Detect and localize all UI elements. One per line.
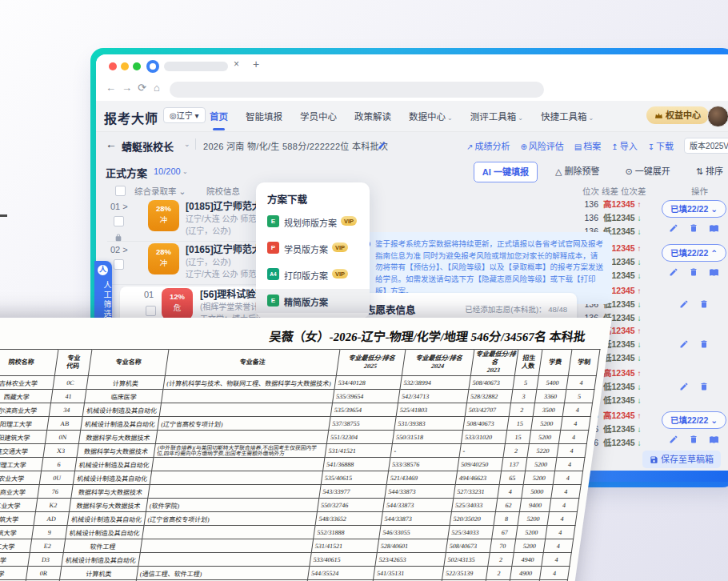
trash-icon[interactable] <box>689 433 698 447</box>
nav-item-数据中心[interactable]: 数据中心⌄ <box>409 110 453 122</box>
edit-icon[interactable] <box>669 222 678 236</box>
book-icon[interactable] <box>709 433 719 447</box>
edit-icon[interactable] <box>679 338 689 352</box>
download-option-打印版方案[interactable]: A4打印版方案VIP <box>256 262 370 286</box>
select-all-checkbox[interactable] <box>115 186 126 196</box>
table-cell: 4 <box>553 471 582 485</box>
forward-icon[interactable]: → <box>122 82 132 94</box>
minimize-window-button[interactable] <box>121 62 129 70</box>
rate-column-header[interactable]: 综合录取率 ⌄ <box>134 185 186 197</box>
tab-title-placeholder[interactable] <box>164 62 228 71</box>
refresh-icon[interactable]: ⟳ <box>138 82 146 94</box>
user-avatar[interactable] <box>707 106 728 127</box>
back-icon[interactable]: ← <box>106 82 116 94</box>
filled-count-button[interactable]: 已填22/22 ⌃ <box>662 244 726 262</box>
back-arrow-icon[interactable]: ← <box>106 138 117 150</box>
edit-icon[interactable] <box>679 298 689 312</box>
edit-icon[interactable] <box>669 266 678 280</box>
address-input[interactable] <box>170 82 544 98</box>
arrow-up-icon: ↑ <box>635 286 642 295</box>
filled-count-button[interactable]: 已填22/22 ⌄ <box>662 200 726 218</box>
document-title: 吴薇（女）-2026-辽宁-物理/化学/地理 546分/34567名 本科批 <box>0 318 612 349</box>
table-row: 沈阳工业大学K2数据科学与大数据技术(软件学院)550/32746544/338… <box>0 499 579 512</box>
arrow-down-icon: ↓ <box>635 214 642 222</box>
trash-icon[interactable] <box>689 266 698 280</box>
table-cell: 65 <box>499 471 525 485</box>
ai-fill-button[interactable]: AI 一键填报 <box>474 162 538 182</box>
rank-diff-low: 低12345 ↓ <box>603 423 656 436</box>
rank-diff-column: 高12345 ↑低12345 ↓低12345 ↓ <box>603 409 656 450</box>
table-cell: 520/35020 <box>450 512 495 526</box>
table-cell: 537/38755 <box>329 417 396 431</box>
nav-item-测评工具箱[interactable]: 测评工具箱⌄ <box>470 110 523 122</box>
action-label: 风险评估 <box>529 142 564 151</box>
trash-icon[interactable] <box>689 222 698 236</box>
nav-item-政策解读[interactable]: 政策解读 <box>354 110 391 122</box>
home-icon[interactable]: ⌂ <box>154 82 160 94</box>
trash-icon[interactable] <box>699 338 709 352</box>
table-column-header: 专业最低分/排名 2025 <box>336 350 406 376</box>
row-checkbox[interactable] <box>114 216 124 226</box>
table-cell: 西藏大学 <box>0 390 53 403</box>
table-column-header: 专业最低分/排名 2023 <box>470 350 518 376</box>
table-row: 西藏大学41临床医学535/39654542/34713528/32882333… <box>0 390 594 403</box>
manual-filter-tab[interactable]: 人 人工筛选 <box>94 261 112 325</box>
edit-icon[interactable] <box>679 380 689 395</box>
nav-item-学员中心[interactable]: 学员中心 <box>300 110 337 122</box>
nav-item-快捷工具箱[interactable]: 快捷工具箱⌄ <box>541 110 594 122</box>
table-cell: 15 <box>505 431 530 444</box>
trash-icon[interactable] <box>699 380 709 395</box>
edit-icon[interactable] <box>378 138 386 153</box>
expand-all-button[interactable]: ⊙ 一键展开 <box>617 162 678 181</box>
table-cell: 4 <box>557 444 586 458</box>
table-column-header: 专业最低分/排名 2024 <box>402 350 474 376</box>
region-selector[interactable]: ◎辽宁 ▾ <box>163 107 206 123</box>
download-option-精简版方案[interactable]: E精简版方案 <box>256 289 370 313</box>
plan-count: 10/200 <box>154 166 181 176</box>
action-成绩分析[interactable]: ↗成绩分析 <box>466 139 510 152</box>
table-cell: 3500 <box>533 403 564 417</box>
action-档案[interactable]: ▤档案 <box>574 139 601 152</box>
table-cell: 机械设计制造及其自动化 <box>66 526 144 539</box>
action-导入[interactable]: ↥导入 <box>611 139 637 152</box>
book-icon[interactable] <box>709 266 719 280</box>
table-cell: 4 <box>555 458 585 471</box>
save-draft-button[interactable]: 保存至草稿箱 <box>642 451 721 468</box>
row-checkbox[interactable] <box>114 259 124 270</box>
chevron-down-icon[interactable]: ⌄ <box>182 168 188 175</box>
row-checkbox[interactable] <box>146 306 156 316</box>
trash-icon[interactable] <box>699 298 709 312</box>
nav-item-智能填报[interactable]: 智能填报 <box>246 110 282 122</box>
table-cell: 34 <box>49 403 84 417</box>
table-cell: 522/35139 <box>442 567 487 580</box>
table-cell: 41 <box>51 390 86 403</box>
arrow-down-icon: ↓ <box>635 258 642 266</box>
book-icon[interactable] <box>709 222 719 236</box>
close-window-button[interactable] <box>109 62 117 70</box>
table-cell: 533/40615 <box>310 553 377 567</box>
action-下载[interactable]: ↧下载 <box>648 139 674 152</box>
nav-item-首页[interactable]: 首页 <box>210 110 228 122</box>
maximize-window-button[interactable] <box>133 62 141 70</box>
action-风险评估[interactable]: ⊕风险评估 <box>520 139 563 152</box>
table-cell <box>140 539 313 553</box>
excel-doc-icon: E <box>267 295 279 307</box>
table-cell: 543/33977 <box>319 485 386 499</box>
sort-button[interactable]: ⇅ 排序 <box>688 162 728 181</box>
student-name[interactable]: 蜻蜓张校长 <box>122 138 174 154</box>
edit-icon[interactable] <box>669 433 678 447</box>
filled-count-button[interactable]: 已填22/22 ⌄ <box>662 411 726 429</box>
new-tab-button[interactable]: + <box>253 58 259 70</box>
download-option-学员版方案[interactable]: P学员版方案VIP <box>256 236 370 260</box>
table-cell: 503/42707 <box>465 403 510 417</box>
import-icon: ↥ <box>611 142 618 151</box>
close-tab-icon[interactable]: × <box>234 58 239 70</box>
rights-center-button[interactable]: 权益中心 <box>646 106 709 124</box>
download-option-规划师版方案[interactable]: E规划师版方案VIP <box>256 210 370 234</box>
delete-warning-button[interactable]: △ 删除预警 <box>547 162 608 181</box>
admission-rate-badge: 12%危 <box>162 288 193 319</box>
table-cell: 550/31518 <box>392 431 462 444</box>
action-label: 成绩分析 <box>474 142 510 151</box>
admission-rate-badge: 28%冲 <box>148 243 179 274</box>
version-chip[interactable]: 版本2025V <box>684 138 728 154</box>
